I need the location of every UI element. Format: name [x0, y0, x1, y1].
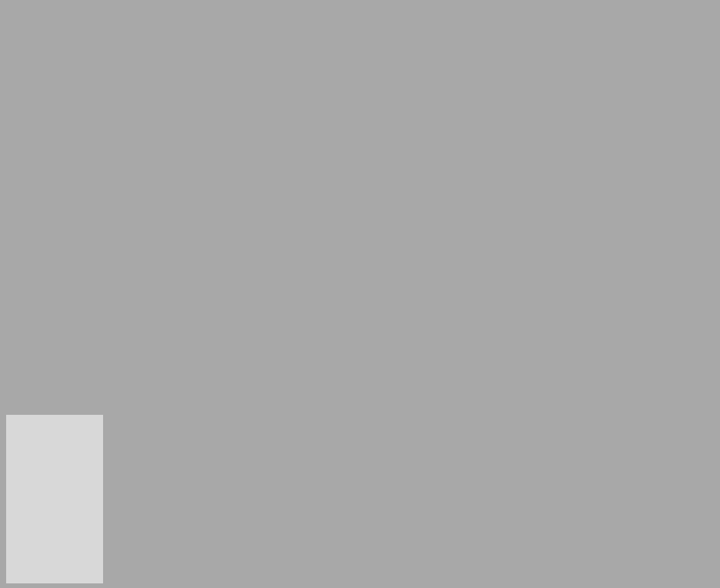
viewport-3d[interactable] — [0, 0, 720, 588]
temperature-colorbar — [16, 424, 37, 571]
simulation-window — [0, 0, 720, 588]
temperature-legend — [6, 415, 103, 583]
